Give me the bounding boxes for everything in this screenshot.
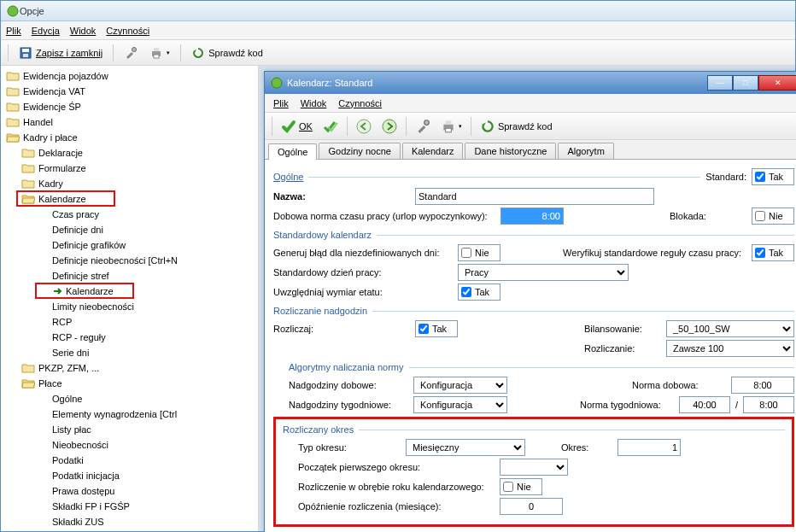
svg-rect-7 <box>154 55 159 58</box>
normdob-label: Norma dobowa: <box>632 380 726 390</box>
check-code-sub-button[interactable]: Sprawdź kod <box>477 117 556 136</box>
sub-title: Kalendarz: Standard <box>287 78 707 88</box>
tree-item[interactable]: Ogólne <box>1 391 258 406</box>
menu-edycja[interactable]: Edycja <box>32 26 60 36</box>
sub-menu-widok[interactable]: Widok <box>301 98 327 108</box>
tree-item[interactable]: Podatki inicjacja <box>1 468 258 483</box>
maximize-button[interactable]: □ <box>733 75 758 91</box>
tree-item[interactable]: Listy płac <box>1 422 258 437</box>
tab-kalendarz[interactable]: Kalendarz <box>402 143 464 159</box>
menu-czynnosci[interactable]: Czynności <box>106 26 149 36</box>
group-ogolne[interactable]: Ogólne <box>273 170 303 184</box>
standard-checkbox[interactable]: Tak <box>752 168 794 185</box>
tree-item[interactable]: Definicje stref <box>1 268 258 284</box>
opoz-input[interactable] <box>500 498 563 515</box>
folder-icon <box>21 147 35 159</box>
form-panel: Ogólne Standard: Tak Nazwa: Dobowa norma… <box>265 160 796 532</box>
tree-item-label: Deklaracje <box>38 148 83 158</box>
tree-item[interactable]: PKZP, ZFM, ... <box>1 360 258 376</box>
rozrok-checkbox[interactable]: Nie <box>500 478 542 495</box>
nadtyg-select[interactable]: Konfiguracja <box>413 396 507 413</box>
close-button[interactable]: ✕ <box>758 75 796 91</box>
blokada-checkbox[interactable]: Nie <box>752 208 794 225</box>
tree-item[interactable]: Definicje dni <box>1 222 258 237</box>
tree-item[interactable]: Kalendarze <box>1 191 258 207</box>
tree-item[interactable]: Nieobecności <box>1 437 258 453</box>
ok-all-button[interactable] <box>319 117 342 136</box>
tree-item[interactable]: Prawa dostępu <box>1 483 258 499</box>
tree-item-label: Kalendarze <box>66 286 114 296</box>
print-button[interactable]: ▾ <box>146 44 173 61</box>
typokr-select[interactable]: Miesięczny <box>406 439 525 456</box>
tree-pane[interactable]: Ewidencja pojazdówEwidencja VATEwidencje… <box>1 66 259 531</box>
back-button[interactable] <box>353 117 375 136</box>
tree-item-label: Prawa dostępu <box>52 486 114 496</box>
check-code-button[interactable]: Sprawdź kod <box>188 44 266 61</box>
folder-icon <box>6 101 20 113</box>
tree-item[interactable]: Limity nieobecności <box>1 299 258 314</box>
sub-menu-plik[interactable]: Plik <box>273 98 289 108</box>
tree-item[interactable]: Ewidencja VAT <box>1 84 258 99</box>
app-icon <box>270 76 284 90</box>
tree-item[interactable]: Składki FP i FGŚP <box>1 499 258 514</box>
tools-button[interactable] <box>120 44 141 61</box>
minimize-button[interactable]: — <box>707 75 733 91</box>
tree-item[interactable]: Definicje grafików <box>1 237 258 253</box>
normdob-input[interactable] <box>731 377 794 394</box>
tree-item[interactable]: Czas pracy <box>1 207 258 222</box>
tree-item-label: Ewidencja VAT <box>23 86 85 96</box>
arrow-right-icon <box>52 285 64 297</box>
okres-input[interactable] <box>617 439 681 456</box>
tree-item[interactable]: RCP - reguły <box>1 330 258 345</box>
tree-item[interactable]: Elementy wynagrodzenia [Ctrl <box>1 406 258 422</box>
menu-widok[interactable]: Widok <box>70 26 97 36</box>
poczatek-select[interactable] <box>500 459 568 476</box>
tree-item[interactable]: Definicje nieobecności [Ctrl+N <box>1 253 258 268</box>
sub-menu-czynnosci[interactable]: Czynności <box>338 98 382 108</box>
tree-item[interactable]: Kadry i płace <box>1 130 258 145</box>
menu-plik[interactable]: Plik <box>6 26 21 36</box>
tab-godziny-nocne[interactable]: Godziny nocne <box>319 143 400 159</box>
tree-item[interactable]: Kalendarze <box>1 284 258 299</box>
tab-ogólne[interactable]: Ogólne <box>268 143 317 160</box>
tree-item[interactable]: RCP <box>1 314 258 330</box>
print-sub-button[interactable]: ▾ <box>437 117 465 136</box>
uwzgetat-checkbox[interactable]: Tak <box>458 284 500 301</box>
arrow-left-icon <box>356 119 372 134</box>
svg-point-10 <box>383 120 396 133</box>
normtyg2-input[interactable] <box>743 396 794 413</box>
stddzien-select[interactable]: Pracy <box>458 264 629 281</box>
tree-item-label: Definicje stref <box>52 271 109 281</box>
tools-sub-button[interactable] <box>412 117 434 136</box>
ok-button[interactable]: OK <box>278 117 316 136</box>
tree-item[interactable]: Kadry <box>1 176 258 191</box>
tab-algorytm[interactable]: Algorytm <box>558 143 613 159</box>
tree-item[interactable]: Ewidencje ŚP <box>1 99 258 114</box>
svg-point-4 <box>132 47 137 51</box>
tree-item[interactable]: Handel <box>1 114 258 130</box>
normtyg1-input[interactable] <box>679 396 730 413</box>
tree-item[interactable]: Płace <box>1 376 258 391</box>
nazwa-input[interactable] <box>415 188 654 205</box>
genblad-checkbox[interactable]: Nie <box>458 244 500 261</box>
tree-item-label: Definicje grafików <box>52 240 126 250</box>
rozliczaj-checkbox[interactable]: Tak <box>415 320 458 337</box>
weryf-checkbox[interactable]: Tak <box>752 244 794 261</box>
naddob-select[interactable]: Konfiguracja <box>413 377 507 394</box>
dobowa-input[interactable] <box>500 208 564 225</box>
weryf-label: Weryfikuj standardowe reguły czasu pracy… <box>563 248 741 258</box>
tree-item[interactable]: Składki ZUS <box>1 514 258 529</box>
group-rozokr: Rozliczany okres <box>283 423 354 436</box>
save-close-button[interactable]: Zapisz i zamknij <box>15 44 106 61</box>
rozliczanie-select[interactable]: Zawsze 100 <box>666 340 794 357</box>
tree-item[interactable]: Podatki <box>1 453 258 468</box>
tree-item[interactable]: Formularze <box>1 161 258 176</box>
bilans-select[interactable]: _50_100_SW <box>666 320 794 337</box>
svg-rect-14 <box>446 128 452 132</box>
forward-button[interactable] <box>378 117 401 136</box>
tree-item[interactable]: Deklaracje <box>1 145 258 161</box>
tree-item-label: Listy płac <box>52 424 91 435</box>
tree-item[interactable]: Ewidencja pojazdów <box>1 68 258 84</box>
tree-item[interactable]: Serie dni <box>1 345 258 360</box>
tab-dane-historyczne[interactable]: Dane historyczne <box>465 143 556 159</box>
